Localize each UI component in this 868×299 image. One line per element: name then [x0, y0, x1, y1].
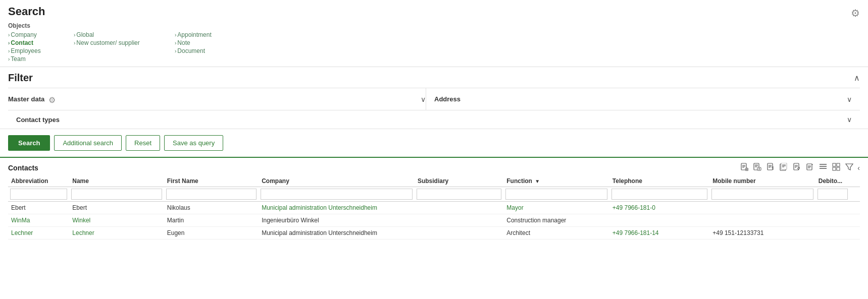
- address-label: Address: [434, 95, 461, 103]
- filter-contact-types: Contact types ∨: [8, 110, 860, 129]
- objects-label: Objects: [8, 22, 860, 29]
- objects-grid: › Company › Global › Appointment › Conta…: [8, 31, 860, 63]
- new-doc5-icon[interactable]: [792, 162, 802, 173]
- objects-section: Objects › Company › Global › Appointment…: [0, 21, 868, 67]
- table-cell: [815, 227, 860, 240]
- table-cell: Ebert: [8, 202, 69, 214]
- master-data-settings-icon[interactable]: ⚙: [48, 95, 56, 105]
- table-cell: [709, 214, 815, 227]
- table-cell: Eugen: [164, 227, 259, 240]
- table-cell: Architect: [503, 227, 609, 240]
- contact-types-collapse-icon[interactable]: ∨: [847, 115, 852, 124]
- search-button[interactable]: Search: [8, 135, 50, 151]
- filter-function[interactable]: [505, 189, 607, 200]
- table-cell: [415, 214, 503, 227]
- table-cell[interactable]: Winkel: [69, 214, 164, 227]
- col-header-subsidiary: Subsidiary: [415, 175, 503, 187]
- chevron-right-icon: ›: [175, 48, 176, 54]
- object-link-note[interactable]: › Note: [175, 39, 276, 46]
- contacts-title: Contacts: [8, 164, 38, 172]
- filter-mobile[interactable]: [711, 189, 813, 200]
- page-container: Search ⚙ Objects › Company › Global › Ap…: [0, 0, 868, 299]
- page-header: Search ⚙: [0, 0, 868, 21]
- table-cell[interactable]: Municipal administration Unterschneidhei…: [259, 202, 415, 214]
- table-cell: Ingenieurbüro Winkel: [259, 214, 415, 227]
- col-header-telephone: Telephone: [609, 175, 709, 187]
- contacts-toolbar: ‹: [739, 162, 860, 173]
- contacts-table: Abbreviation Name First Name Company Sub…: [8, 175, 860, 240]
- table-cell[interactable]: WinMa: [8, 214, 69, 227]
- filter-subsidiary[interactable]: [417, 189, 501, 200]
- reset-button[interactable]: Reset: [126, 135, 160, 151]
- new-doc6-icon[interactable]: [805, 162, 815, 173]
- action-bar: Search Additional search Reset Save as q…: [0, 129, 868, 157]
- export-icon[interactable]: [765, 162, 776, 173]
- list-view-icon[interactable]: [818, 162, 828, 173]
- table-cell: Ebert: [69, 202, 164, 214]
- contacts-header: Contacts: [8, 158, 860, 175]
- table-cell: Construction manager: [503, 214, 609, 227]
- filter-debito[interactable]: [818, 189, 848, 200]
- filter-title: Filter: [8, 72, 33, 84]
- object-link-team[interactable]: › Team: [8, 55, 74, 63]
- master-data-collapse-icon[interactable]: ∨: [421, 95, 426, 103]
- filter-firstname[interactable]: [166, 189, 257, 200]
- table-cell: [415, 227, 503, 240]
- address-collapse-icon[interactable]: ∨: [847, 95, 852, 103]
- col-header-name: Name: [69, 175, 164, 187]
- table-filter-row: [8, 187, 860, 202]
- svg-rect-35: [833, 163, 836, 166]
- object-link-appointment[interactable]: › Appointment: [175, 31, 276, 38]
- filter-header: Filter ∧: [8, 67, 860, 88]
- col-header-abbr: Abbreviation: [8, 175, 69, 187]
- table-cell: Nikolaus: [164, 202, 259, 214]
- settings-icon[interactable]: ⚙: [851, 7, 860, 19]
- filter-subheader: Master data ⚙ ∨ Address ∨: [8, 88, 860, 110]
- new-doc4-icon[interactable]: [779, 162, 789, 173]
- new-contact-icon[interactable]: [739, 162, 749, 173]
- object-link-contact[interactable]: › Contact: [8, 39, 74, 46]
- table-header-row: Abbreviation Name First Name Company Sub…: [8, 175, 860, 187]
- table-cell[interactable]: +49 7966-181-0: [609, 202, 709, 214]
- contacts-collapse-icon[interactable]: ‹: [857, 164, 860, 172]
- table-row: EbertEbertNikolausMunicipal administrati…: [8, 202, 860, 214]
- filter-section: Filter ∧ Master data ⚙ ∨ Address ∨ Conta…: [0, 67, 868, 129]
- table-cell: Martin: [164, 214, 259, 227]
- svg-rect-37: [833, 167, 836, 170]
- svg-rect-38: [837, 167, 840, 170]
- filter-name[interactable]: [71, 189, 162, 200]
- col-header-company: Company: [259, 175, 415, 187]
- new-doc2-icon[interactable]: [752, 162, 762, 173]
- filter-abbr[interactable]: [10, 189, 67, 200]
- additional-search-button[interactable]: Additional search: [54, 135, 122, 151]
- chevron-right-icon: ›: [8, 40, 10, 46]
- table-cell[interactable]: +49 7966-181-14: [609, 227, 709, 240]
- filter-telephone[interactable]: [611, 189, 707, 200]
- grid-view-icon[interactable]: [831, 162, 841, 173]
- master-data-label: Master data: [8, 95, 44, 103]
- filter-right: Address ∨: [426, 88, 860, 110]
- table-cell[interactable]: Lechner: [69, 227, 164, 240]
- save-as-query-button[interactable]: Save as query: [164, 135, 223, 151]
- filter-company[interactable]: [261, 189, 413, 200]
- object-link-document[interactable]: › Document: [175, 47, 276, 54]
- table-cell[interactable]: Mayor: [503, 202, 609, 214]
- table-cell: [609, 214, 709, 227]
- page-title: Search: [8, 5, 45, 18]
- filter-collapse-icon[interactable]: ∧: [854, 73, 860, 83]
- chevron-right-icon: ›: [175, 32, 176, 38]
- contacts-section: Contacts: [0, 157, 868, 240]
- object-link-company[interactable]: › Company: [8, 31, 74, 38]
- chevron-right-icon: ›: [74, 40, 75, 46]
- chevron-right-icon: ›: [175, 40, 176, 46]
- table-row: WinMaWinkelMartinIngenieurbüro WinkelCon…: [8, 214, 860, 227]
- object-link-global[interactable]: › Global: [74, 31, 175, 38]
- filter-icon[interactable]: [844, 162, 854, 173]
- svg-marker-39: [846, 164, 853, 170]
- table-cell: +49 151-12133731: [709, 227, 815, 240]
- col-header-function[interactable]: Function ▼: [503, 175, 609, 187]
- col-header-debito: Debito...: [815, 175, 860, 187]
- object-link-new-customer[interactable]: › New customer/ supplier: [74, 39, 175, 46]
- table-cell[interactable]: Lechner: [8, 227, 69, 240]
- object-link-employees[interactable]: › Employees: [8, 47, 74, 54]
